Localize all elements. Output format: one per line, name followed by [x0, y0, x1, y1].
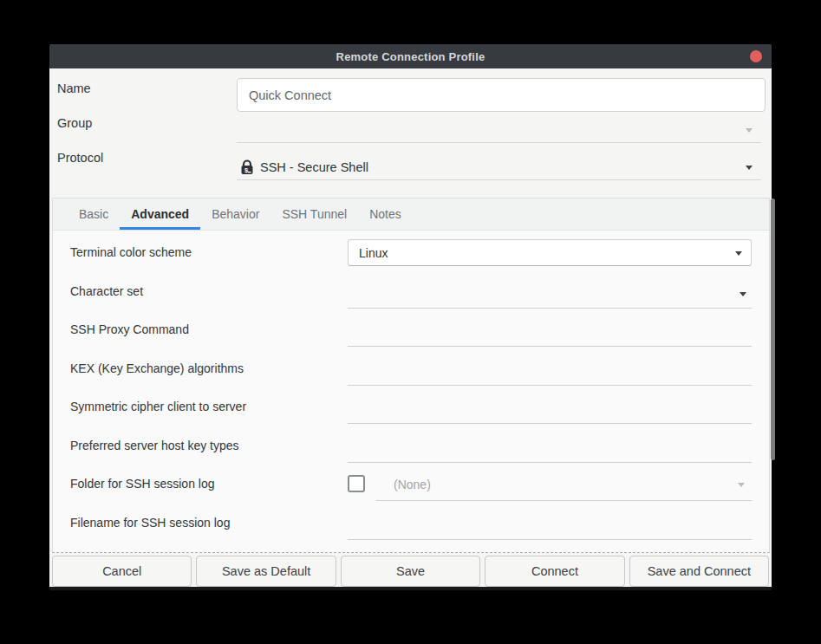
protocol-dropdown-value: SSH - Secure Shell	[260, 160, 368, 174]
name-input[interactable]: Quick Connect	[237, 78, 766, 112]
folder-ssh-session-log-placeholder: (None)	[394, 478, 431, 491]
row-preferred-host-key-types: Preferred server host key types	[53, 426, 762, 465]
ssh-padlock-icon: $	[240, 159, 254, 175]
row-filename-ssh-session-log: Filename for SSH session log	[53, 504, 762, 543]
terminal-color-scheme-value: Linux	[359, 246, 388, 260]
window-title: Remote Connection Profile	[336, 50, 485, 63]
save-button[interactable]: Save	[341, 556, 480, 587]
tab-strip: Basic Advanced Behavior SSH Tunnel Notes	[53, 198, 769, 231]
row-ssh-proxy-command: SSH Proxy Command	[53, 310, 762, 349]
filename-ssh-session-log-label: Filename for SSH session log	[70, 516, 230, 530]
row-symmetric-cipher: Symmetric cipher client to server	[53, 387, 762, 426]
tab-advanced[interactable]: Advanced	[120, 198, 200, 230]
name-input-value: Quick Connect	[249, 88, 331, 102]
save-and-connect-button[interactable]: Save and Connect	[629, 556, 769, 587]
cancel-button[interactable]: Cancel	[52, 556, 192, 587]
settings-notebook: Basic Advanced Behavior SSH Tunnel Notes…	[52, 198, 770, 553]
advanced-tab-page: Terminal color scheme Linux Character se…	[53, 231, 762, 551]
ssh-proxy-command-input[interactable]	[348, 314, 752, 347]
preferred-host-key-types-input[interactable]	[348, 430, 752, 463]
dialog-footer: Cancel Save as Default Save Connect Save…	[52, 556, 769, 587]
scrollbar-thumb[interactable]	[771, 198, 775, 460]
close-icon[interactable]	[750, 50, 762, 62]
tab-behavior-label: Behavior	[212, 207, 259, 221]
vertical-scrollbar[interactable]	[771, 198, 775, 552]
kex-algorithms-label: KEX (Key Exchange) algorithms	[70, 361, 244, 375]
terminal-color-scheme-label: Terminal color scheme	[70, 245, 192, 259]
tab-advanced-label: Advanced	[131, 207, 189, 221]
connect-button[interactable]: Connect	[485, 556, 624, 587]
tab-ssh-tunnel-label: SSH Tunnel	[282, 207, 347, 221]
save-and-connect-button-label: Save and Connect	[648, 564, 751, 578]
group-dropdown[interactable]	[237, 117, 761, 143]
save-as-default-button-label: Save as Default	[222, 564, 310, 578]
preferred-host-key-types-label: Preferred server host key types	[70, 439, 239, 452]
chevron-down-icon	[735, 251, 742, 256]
row-character-set: Character set	[53, 272, 762, 311]
symmetric-cipher-label: Symmetric cipher client to server	[70, 400, 246, 413]
save-as-default-button[interactable]: Save as Default	[196, 556, 336, 587]
terminal-color-scheme-dropdown[interactable]: Linux	[348, 239, 752, 266]
protocol-label: Protocol	[57, 151, 103, 165]
tab-notes[interactable]: Notes	[358, 198, 413, 230]
folder-ssh-session-log-filechooser[interactable]: (None)	[376, 468, 752, 501]
connect-button-label: Connect	[531, 564, 578, 578]
symmetric-cipher-input[interactable]	[348, 391, 752, 424]
tab-notes-label: Notes	[369, 207, 401, 221]
dialog-content: Name Quick Connect Group Protocol $ SSH …	[49, 68, 772, 587]
character-set-label: Character set	[70, 284, 143, 298]
ssh-proxy-command-label: SSH Proxy Command	[70, 322, 189, 336]
kex-algorithms-input[interactable]	[348, 353, 752, 386]
row-folder-ssh-session-log: Folder for SSH session log (None)	[53, 465, 762, 504]
tab-ssh-tunnel[interactable]: SSH Tunnel	[270, 198, 358, 230]
folder-ssh-session-log-checkbox[interactable]	[348, 475, 365, 492]
remote-connection-profile-dialog: Remote Connection Profile Name Quick Con…	[49, 44, 772, 590]
save-button-label: Save	[396, 564, 425, 578]
row-terminal-color-scheme: Terminal color scheme Linux	[53, 233, 762, 272]
cancel-button-label: Cancel	[102, 564, 141, 578]
protocol-dropdown[interactable]: $ SSH - Secure Shell	[237, 154, 761, 180]
chevron-down-icon	[746, 166, 753, 170]
folder-ssh-session-log-label: Folder for SSH session log	[70, 477, 215, 491]
tab-behavior[interactable]: Behavior	[200, 198, 270, 230]
titlebar[interactable]: Remote Connection Profile	[49, 44, 772, 68]
row-kex-algorithms: KEX (Key Exchange) algorithms	[53, 349, 762, 388]
group-label: Group	[57, 116, 92, 130]
chevron-down-icon	[738, 483, 745, 487]
chevron-down-icon	[740, 292, 746, 296]
filename-ssh-session-log-input[interactable]	[348, 507, 752, 540]
chevron-down-icon	[746, 128, 753, 133]
tab-basic[interactable]: Basic	[68, 198, 120, 230]
tab-basic-label: Basic	[79, 207, 108, 221]
name-label: Name	[57, 81, 91, 95]
character-set-dropdown[interactable]	[348, 276, 752, 309]
